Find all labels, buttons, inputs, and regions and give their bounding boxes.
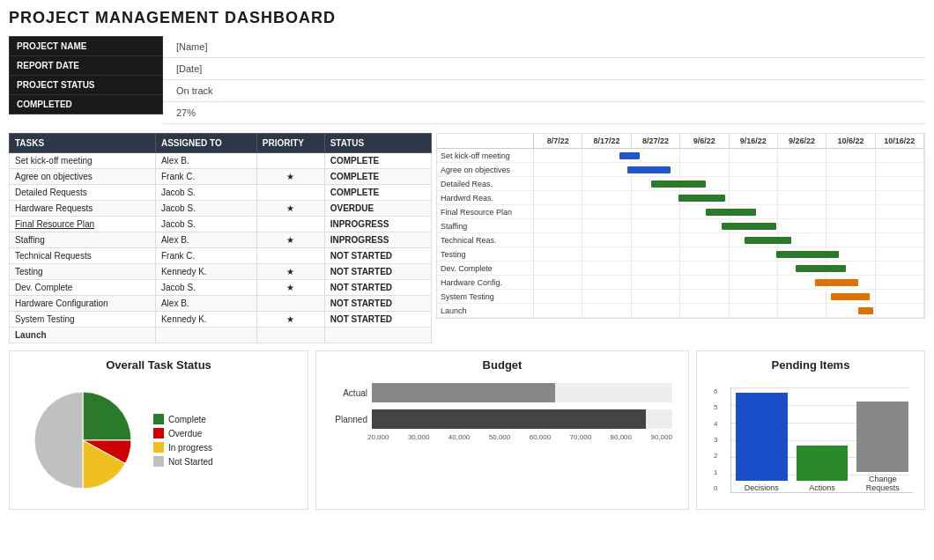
pie-legend: CompleteOverdueIn progressNot Started — [153, 414, 213, 467]
budget-bar-label: Actual — [332, 388, 367, 398]
task-cell: Agree on objectives — [10, 169, 156, 185]
pending-chart-wrapper: 0123456 DecisionsActionsChange Requests — [708, 387, 913, 493]
gantt-section: 8/7/228/17/228/27/229/6/229/16/229/26/22… — [436, 133, 925, 343]
page-title: PROJECT MANAGEMENT DASHBOARD — [9, 9, 925, 27]
status-cell: NOT STARTED — [324, 280, 431, 296]
pending-bar-label: Actions — [809, 483, 835, 492]
gantt-date-cell: 8/7/22 — [534, 134, 582, 148]
gantt-row: Set kick-off meeting — [437, 149, 924, 163]
legend-color-dot — [153, 414, 164, 424]
gantt-row-bars — [534, 149, 924, 162]
legend-item: Not Started — [153, 456, 213, 467]
task-cell: Detailed Requests — [10, 185, 156, 201]
gantt-row-label: Set kick-off meeting — [437, 149, 534, 162]
legend-item: Complete — [153, 414, 213, 424]
priority-cell — [256, 217, 324, 232]
gantt-row-bars — [534, 247, 924, 261]
task-cell: Dev. Complete — [10, 280, 156, 296]
budget-x-label: 40,000 — [448, 433, 470, 441]
info-labels: PROJECT NAME REPORT DATE PROJECT STATUS … — [9, 36, 163, 124]
assigned-cell: Jacob S. — [155, 280, 256, 296]
priority-cell: ★ — [256, 280, 324, 296]
gantt-row-label: Detailed Reas. — [437, 177, 534, 190]
priority-cell — [256, 328, 324, 343]
task-cell: Hardware Requests — [10, 201, 156, 217]
budget-bar-row: Planned — [332, 409, 672, 429]
task-cell: Technical Requests — [10, 248, 156, 264]
status-cell: NOT STARTED — [324, 264, 431, 280]
budget-card: Budget ActualPlanned 20,00030,00040,0005… — [315, 350, 689, 510]
col-header-tasks: TASKS — [10, 134, 156, 153]
pending-bar-col: Decisions — [736, 393, 788, 492]
budget-chart-title: Budget — [323, 358, 681, 372]
status-cell: COMPLETE — [324, 153, 431, 169]
info-value-report-date: [Date] — [163, 58, 925, 80]
budget-bars: ActualPlanned — [328, 383, 677, 429]
priority-cell — [256, 185, 324, 201]
legend-label: Overdue — [168, 429, 202, 438]
gantt-label-col-header — [437, 134, 534, 148]
gantt-row-bars — [534, 177, 924, 190]
legend-label: Not Started — [168, 457, 213, 467]
gantt-bar — [706, 209, 757, 216]
info-label-report-date: REPORT DATE — [9, 55, 163, 75]
pending-y-label: 4 — [714, 420, 717, 428]
pending-bar-label: Change Requests — [866, 475, 900, 492]
budget-chart: ActualPlanned 20,00030,00040,00050,00060… — [323, 379, 681, 446]
gantt-row-bars — [534, 205, 924, 218]
status-cell: INPROGRESS — [324, 217, 431, 232]
gantt-row: Hardwrd Reas. — [437, 191, 924, 205]
gantt-bar — [796, 265, 847, 272]
info-value-project-name: [Name] — [163, 36, 925, 58]
gantt-rows: Set kick-off meetingAgree on objectivesD… — [437, 149, 924, 318]
tasks-section: TASKS ASSIGNED TO PRIORITY STATUS Set ki… — [9, 133, 432, 343]
budget-x-label: 70,000 — [570, 433, 591, 441]
budget-bar-track — [372, 383, 672, 402]
legend-color-dot — [153, 428, 164, 438]
gantt-row: Staffing — [437, 219, 924, 233]
gantt-date-cell: 8/27/22 — [632, 134, 680, 148]
status-cell: INPROGRESS — [324, 232, 431, 248]
gantt-row: Launch — [437, 304, 924, 318]
pie-chart-title: Overall Task Status — [17, 358, 300, 372]
gantt-bar — [745, 237, 791, 244]
assigned-cell: Jacob S. — [155, 185, 256, 201]
gantt-row: Testing — [437, 247, 924, 262]
gantt-date-cell: 10/16/22 — [876, 134, 924, 148]
top-content: TASKS ASSIGNED TO PRIORITY STATUS Set ki… — [9, 133, 925, 343]
budget-x-label: 90,000 — [650, 433, 671, 441]
gantt-row-bars — [534, 290, 924, 303]
gantt-header: 8/7/228/17/228/27/229/6/229/16/229/26/22… — [437, 134, 924, 149]
gantt-row-label: Dev. Complete — [437, 262, 534, 275]
gantt-bar — [776, 251, 839, 258]
status-cell: COMPLETE — [324, 185, 431, 201]
pending-y-axis: 0123456 — [714, 387, 717, 492]
gantt-bar — [831, 293, 870, 300]
task-cell[interactable]: Final Resource Plan — [10, 217, 156, 232]
priority-cell — [256, 153, 324, 169]
gantt-row: Hardware Config. — [437, 276, 924, 290]
budget-x-label: 20,000 — [367, 433, 389, 441]
info-values: [Name] [Date] On track 27% — [163, 36, 925, 124]
pie-segment — [83, 392, 131, 440]
gantt-row-label: Launch — [437, 304, 534, 317]
priority-cell: ★ — [256, 312, 324, 328]
priority-cell — [256, 248, 324, 264]
status-cell: NOT STARTED — [324, 248, 431, 264]
gantt-row-label: Hardwrd Reas. — [437, 191, 534, 204]
gantt-bar — [627, 166, 671, 173]
gantt-bar — [722, 223, 776, 230]
legend-color-dot — [153, 456, 164, 467]
info-value-completed: 27% — [163, 102, 925, 124]
gantt-row-label: System Testing — [437, 290, 534, 303]
assigned-cell: Frank C. — [155, 169, 256, 185]
gantt-row-label: Final Resource Plan — [437, 205, 534, 218]
pending-bar — [736, 393, 788, 481]
info-label-completed: COMPLETED — [9, 94, 163, 114]
gantt-row: Dev. Complete — [437, 262, 924, 276]
col-header-priority: PRIORITY — [256, 134, 324, 153]
gantt-bar — [619, 152, 639, 159]
legend-item: In progress — [153, 442, 213, 453]
gantt-date-cell: 9/26/22 — [778, 134, 827, 148]
budget-bar-fill — [372, 383, 555, 402]
